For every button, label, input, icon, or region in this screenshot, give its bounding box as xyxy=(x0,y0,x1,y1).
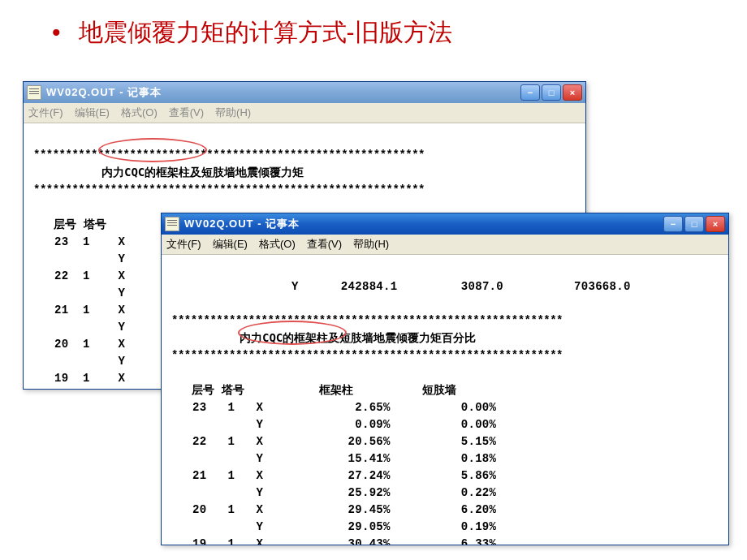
divider-stars: ****************************************… xyxy=(171,314,563,327)
bullet: • xyxy=(52,19,61,45)
table-header: 层号 塔号 框架柱 短肢墙 xyxy=(171,383,456,396)
notepad-window-front[interactable]: WV02Q.OUT - 记事本 − □ × 文件(F) 编辑(E) 格式(O) … xyxy=(161,213,729,545)
titlebar[interactable]: WV02Q.OUT - 记事本 − □ × xyxy=(162,213,728,235)
menubar: 文件(F) 编辑(E) 格式(O) 查看(V) 帮助(H) xyxy=(162,235,728,255)
menubar: 文件(F) 编辑(E) 格式(O) 查看(V) 帮助(H) xyxy=(24,103,585,123)
slide-title: •地震倾覆力矩的计算方式-旧版方法 xyxy=(52,16,452,50)
minimize-button[interactable]: − xyxy=(520,84,540,101)
notepad-icon xyxy=(165,217,179,231)
menu-format[interactable]: 格式(O) xyxy=(259,237,296,252)
window-title: WV02Q.OUT - 记事本 xyxy=(46,85,520,100)
menu-edit[interactable]: 编辑(E) xyxy=(75,106,110,120)
menu-file[interactable]: 文件(F) xyxy=(166,237,201,252)
menu-format[interactable]: 格式(O) xyxy=(121,106,158,120)
close-button[interactable]: × xyxy=(706,216,725,232)
data-rows: 23 1 X 2.65% 0.00% Y 0.09% 0.00% 22 1 X … xyxy=(171,399,719,545)
minimize-button[interactable]: − xyxy=(663,216,683,232)
slide-title-text: 地震倾覆力矩的计算方式-旧版方法 xyxy=(79,19,452,45)
menu-help[interactable]: 帮助(H) xyxy=(353,237,389,252)
menu-file[interactable]: 文件(F) xyxy=(28,106,63,120)
section-title: 内力CQC的框架柱及短肢墙地震倾覆力矩百分比 xyxy=(240,331,476,344)
section-title: 内力CQC的框架柱及短肢墙地震倾覆力矩 xyxy=(101,166,304,179)
pre-row: Y 242884.1 3087.0 703668.0 xyxy=(171,280,631,293)
divider-stars: ****************************************… xyxy=(33,183,425,196)
maximize-button[interactable]: □ xyxy=(542,84,561,101)
menu-help[interactable]: 帮助(H) xyxy=(215,106,251,120)
notepad-icon xyxy=(27,85,41,100)
titlebar[interactable]: WV02Q.OUT - 记事本 − □ × xyxy=(24,82,585,103)
close-button[interactable]: × xyxy=(563,84,582,101)
menu-edit[interactable]: 编辑(E) xyxy=(213,237,248,252)
text-content[interactable]: Y 242884.1 3087.0 703668.0 *************… xyxy=(162,255,728,545)
divider-stars: ****************************************… xyxy=(33,149,425,162)
window-title: WV02Q.OUT - 记事本 xyxy=(184,217,663,231)
maximize-button[interactable]: □ xyxy=(684,216,704,232)
menu-view[interactable]: 查看(V) xyxy=(307,237,342,252)
menu-view[interactable]: 查看(V) xyxy=(169,106,204,120)
divider-stars: ****************************************… xyxy=(171,349,563,362)
